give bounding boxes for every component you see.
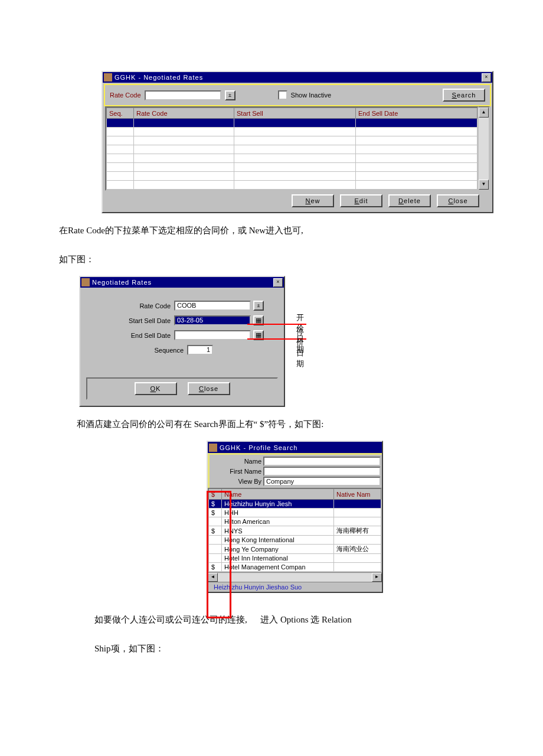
- paragraph-2: 如下图：: [59, 248, 484, 271]
- table-row[interactable]: Hilton American: [209, 517, 381, 526]
- paragraph-3: 和酒店建立合同价的公司有在 Search界面上有“ $”符号，如下图:: [77, 413, 484, 436]
- col-rate-code[interactable]: Rate Code: [134, 108, 234, 119]
- profile-search-window: GGHK - Profile Search Name First Name Vi…: [207, 441, 383, 593]
- sequence-label: Sequence: [113, 347, 184, 354]
- app-icon: [104, 73, 112, 82]
- close-button[interactable]: Close: [437, 194, 479, 207]
- name-label: Name: [215, 458, 263, 465]
- horizontal-scrollbar[interactable]: ◄ ►: [208, 572, 382, 582]
- rate-code-input[interactable]: [145, 90, 221, 100]
- vertical-scrollbar[interactable]: ▲ ▼: [479, 106, 490, 191]
- start-sell-input[interactable]: 03-28-05: [174, 315, 251, 325]
- window2-titlebar[interactable]: Negotiated Rates ×: [80, 277, 284, 288]
- sequence-input[interactable]: 1: [187, 345, 213, 355]
- table-row[interactable]: [107, 181, 477, 190]
- close-button[interactable]: Close: [188, 382, 230, 395]
- window1-title: GGHK - Negotiated Rates: [115, 74, 481, 81]
- window3-titlebar[interactable]: GGHK - Profile Search: [208, 442, 382, 453]
- negotiated-rates-edit-window: Negotiated Rates × Rate Code COOB ± Star…: [79, 276, 285, 407]
- first-name-input[interactable]: [263, 467, 381, 476]
- start-sell-label: Start Sell Date: [100, 317, 171, 324]
- col-native[interactable]: Native Nam: [334, 489, 381, 500]
- col-start-sell[interactable]: Start Sell: [234, 108, 356, 119]
- col-dollar[interactable]: $: [209, 489, 222, 500]
- table-row[interactable]: [107, 154, 477, 163]
- view-by-input[interactable]: Company: [263, 477, 381, 486]
- close-icon[interactable]: ×: [273, 278, 283, 287]
- table-row[interactable]: [107, 172, 477, 181]
- rates-grid[interactable]: Seq. Rate Code Start Sell End Sell Date: [105, 106, 479, 191]
- search-form: Name First Name View By Company: [208, 455, 382, 488]
- show-inactive-label: Show Inactive: [291, 92, 331, 99]
- table-row[interactable]: [107, 119, 477, 128]
- table-row[interactable]: [107, 136, 477, 145]
- paragraph-4a: 如要做个人连公司或公司连公司的连接,: [94, 615, 247, 624]
- table-row[interactable]: [107, 145, 477, 154]
- rate-code-edit-label: Rate Code: [100, 302, 171, 309]
- paragraph-1: 在Rate Code的下拉菜单下选定相应的合同价，或 New进入也可,: [59, 219, 484, 242]
- rate-code-edit-input[interactable]: COOB: [174, 301, 251, 311]
- new-button[interactable]: New: [292, 194, 334, 207]
- annotation-end: 停价日期: [296, 327, 304, 369]
- ok-button[interactable]: OK: [135, 382, 177, 395]
- col-name[interactable]: Name: [222, 489, 334, 500]
- end-sell-label: End Sell Date: [100, 332, 171, 339]
- scroll-left-icon[interactable]: ◄: [208, 573, 218, 582]
- table-row[interactable]: Hong Ye Company海南鸿业公: [209, 545, 381, 554]
- window3-title: GGHK - Profile Search: [220, 444, 381, 451]
- table-row[interactable]: Hong Kong International: [209, 536, 381, 545]
- table-row[interactable]: $Hotel Management Compan: [209, 563, 381, 572]
- table-row[interactable]: Hotel Inn International: [209, 554, 381, 563]
- scroll-up-icon[interactable]: ▲: [479, 107, 489, 118]
- table-row[interactable]: $Heizhizhu Hunyin Jiesh: [209, 500, 381, 509]
- name-input[interactable]: [263, 457, 381, 466]
- table-row[interactable]: [107, 163, 477, 172]
- window1-titlebar[interactable]: GGHK - Negotiated Rates ×: [103, 72, 492, 83]
- sequence-row: Sequence 1: [86, 345, 213, 355]
- paragraph-4b: 进入 Options 选 Relation: [260, 615, 352, 624]
- app-icon: [81, 278, 90, 286]
- search-button[interactable]: Search: [443, 89, 485, 102]
- rate-code-row: Rate Code COOB ±: [86, 301, 264, 311]
- status-text: Heizhizhu Hunyin Jieshao Suo: [208, 582, 382, 592]
- end-sell-input[interactable]: [174, 330, 251, 340]
- close-icon[interactable]: ×: [482, 73, 491, 82]
- table-row[interactable]: $HNYS海南椰树有: [209, 526, 381, 536]
- profile-grid[interactable]: $ Name Native Nam $Heizhizhu Hunyin Jies…: [208, 488, 382, 572]
- rate-code-dropdown-icon[interactable]: ±: [225, 90, 235, 100]
- show-inactive-checkbox[interactable]: [278, 90, 287, 100]
- col-seq[interactable]: Seq.: [107, 108, 134, 119]
- col-end-sell[interactable]: End Sell Date: [356, 108, 477, 119]
- delete-button[interactable]: Delete: [388, 194, 431, 207]
- filter-bar: Rate Code ± Show Inactive Search: [104, 84, 491, 106]
- rate-code-edit-dropdown-icon[interactable]: ±: [253, 301, 264, 311]
- scroll-down-icon[interactable]: ▼: [479, 180, 489, 190]
- view-by-label: View By: [215, 478, 263, 485]
- window1-buttons: New Edit Delete Close: [104, 191, 491, 211]
- rate-code-label: Rate Code: [110, 92, 141, 99]
- edit-button[interactable]: Edit: [340, 194, 382, 207]
- first-name-label: First Name: [215, 468, 263, 475]
- scroll-right-icon[interactable]: ►: [372, 573, 382, 582]
- paragraph-5: Ship项，如下图：: [94, 637, 484, 660]
- negotiated-rates-window: GGHK - Negotiated Rates × Rate Code ± Sh…: [102, 71, 493, 213]
- end-sell-row: End Sell Date: [86, 330, 264, 340]
- window2-buttons: OK Close: [86, 377, 278, 400]
- table-row[interactable]: [107, 128, 477, 136]
- table-row[interactable]: $HHH: [209, 509, 381, 517]
- window2-title: Negotiated Rates: [92, 279, 273, 286]
- app-icon: [209, 444, 217, 452]
- start-sell-row: Start Sell Date 03-28-05: [86, 315, 264, 325]
